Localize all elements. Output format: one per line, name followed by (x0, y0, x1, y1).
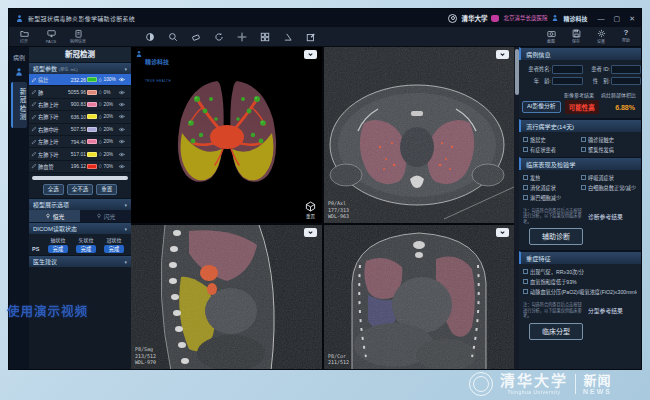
checkbox-travel-history[interactable]: 旅居史 (523, 136, 579, 143)
visibility-eye-icon[interactable] (118, 138, 126, 145)
rotate-tool-icon[interactable] (214, 32, 224, 42)
tab-flash-light[interactable]: 闪光 (80, 210, 131, 222)
maximize-button[interactable]: ▢ (614, 15, 621, 22)
close-button[interactable]: ✕ (629, 15, 635, 22)
checkbox-symptomatic-patient[interactable]: 有症状患者 (523, 146, 579, 153)
viewport-axial[interactable]: P0/Axl 177/313 WDL-963 (324, 47, 514, 223)
checkbox-icon[interactable] (523, 137, 528, 142)
screenshot-button[interactable]: 截图 (542, 29, 560, 45)
zoom-tool-icon[interactable] (168, 32, 178, 42)
checkbox-icon[interactable] (523, 175, 528, 180)
checkbox-icon[interactable] (581, 185, 586, 190)
checkbox-pao2-fio2[interactable]: 动脉血氧分压(PaO2)/吸氧浓度(FiO2)≤300mmHg (523, 288, 637, 295)
select-none-button[interactable]: 全不选 (67, 184, 94, 196)
checkbox-respiratory-symptoms[interactable]: 呼吸道症状 (581, 174, 637, 181)
color-chip[interactable] (87, 90, 97, 95)
model-row-rll[interactable]: 右肺下叶 636.10 20% (29, 111, 131, 123)
color-chip[interactable] (87, 152, 97, 157)
sagittal-done-button[interactable]: 完成 (76, 245, 96, 253)
save-button[interactable]: 保存 (567, 29, 585, 45)
checkbox-digestive-symptoms[interactable]: 消化道症状 (523, 184, 579, 191)
viewport-menu-button[interactable] (496, 50, 509, 59)
visibility-eye-icon[interactable] (118, 151, 126, 158)
model-row-rml[interactable]: 右肺中叶 507.55 20% (29, 124, 131, 136)
sagittal-ct-slice[interactable] (131, 225, 322, 369)
coronal-done-button[interactable]: 完成 (104, 245, 124, 253)
section-doctor-advice[interactable]: 医生建议 ▾ (29, 255, 131, 267)
viewport-menu-button[interactable] (304, 50, 317, 59)
checkbox-lymphopenia[interactable]: 淋巴细胞减少 (523, 194, 579, 201)
checkbox-icon[interactable] (523, 195, 528, 200)
viewport-3d[interactable]: 精诊科技 TRUE HEALTH (131, 47, 322, 223)
eraser-tool-icon[interactable] (191, 32, 201, 42)
visibility-eye-icon[interactable] (118, 76, 126, 83)
checkbox-contact-history[interactable]: 确诊接触史 (581, 136, 637, 143)
visibility-eye-icon[interactable] (118, 89, 126, 96)
clinical-typing-button[interactable]: 临床分型 (529, 323, 583, 340)
viewport-menu-button[interactable] (304, 228, 317, 237)
section-severe-features[interactable]: 重症特征 (519, 251, 641, 264)
pan-crosshair-icon[interactable] (237, 32, 247, 42)
checkbox-icon[interactable] (523, 279, 528, 284)
checkbox-icon[interactable] (523, 269, 528, 274)
measure-angle-icon[interactable] (283, 32, 293, 42)
checkbox-icon[interactable] (523, 185, 528, 190)
reset-button[interactable]: 重置 (96, 184, 117, 196)
patient-id-input[interactable] (611, 65, 641, 74)
tab-case-label[interactable]: 病例 (13, 53, 25, 62)
model-row-rul[interactable]: 右肺上叶 900.83 20% (29, 99, 131, 111)
visibility-eye-icon[interactable] (118, 163, 126, 170)
help-button[interactable]: ? 帮助 (617, 29, 635, 45)
section-display-options[interactable]: 模型展示选项 ▾ (29, 198, 131, 210)
checkbox-cluster-onset[interactable]: 聚集性发病 (581, 146, 637, 153)
model-row-lung[interactable]: 肺 5055.96 0% (29, 86, 131, 98)
scrollbar-thumb[interactable] (515, 49, 519, 95)
settings-button[interactable]: 设置 (592, 29, 610, 45)
reset-view-control[interactable]: 重置 (305, 201, 316, 219)
checkbox-fever[interactable]: 发热 (523, 174, 579, 181)
checkbox-icon[interactable] (523, 147, 528, 152)
checkbox-icon[interactable] (581, 175, 586, 180)
checkbox-shortness-of-breath[interactable]: 出现气促，RR≥30次/分 (523, 268, 637, 275)
annotate-edit-icon[interactable] (306, 32, 316, 42)
window-level-contrast-icon[interactable] (145, 32, 155, 42)
color-chip[interactable] (87, 164, 97, 169)
gender-input[interactable] (611, 77, 641, 86)
checkbox-low-spo2[interactable]: 血氧饱和度低于93% (523, 278, 637, 285)
color-chip[interactable] (87, 139, 97, 144)
checkbox-wbc-normal-low[interactable]: 白细胞总数正常/减少 (581, 184, 637, 191)
axial-ct-slice[interactable] (324, 47, 514, 223)
model-row-lul[interactable]: 左肺上叶 794.40 20% (29, 136, 131, 148)
assist-diagnosis-button[interactable]: 辅助诊断 (529, 228, 583, 245)
open-button[interactable]: 打开 (15, 29, 33, 45)
pacs-button[interactable]: PACS (42, 29, 60, 44)
section-dicom-status[interactable]: DICOM读取状态 ▾ (29, 222, 131, 234)
tab-covid-detection[interactable]: 新冠检测 (11, 82, 27, 128)
axial-done-button[interactable]: 完成 (48, 245, 68, 253)
section-case-info[interactable]: 病例信息 (519, 47, 641, 60)
opacity-slider[interactable] (32, 176, 128, 180)
layout-grid-icon[interactable] (260, 32, 270, 42)
color-chip[interactable] (87, 102, 97, 107)
visibility-eye-icon[interactable] (118, 113, 126, 120)
tab-constant-light[interactable]: 恒光 (29, 210, 80, 222)
checkbox-icon[interactable] (581, 147, 586, 152)
viewport-sagittal[interactable]: P8/Sag 213/512 WDL-970 (131, 225, 322, 369)
case-info-button[interactable]: 病例信息 (69, 29, 87, 45)
visibility-eye-icon[interactable] (118, 126, 126, 133)
select-all-button[interactable]: 全选 (43, 184, 64, 196)
model-row-vessels[interactable]: 肺血管 196.12 70% (29, 161, 131, 173)
section-clinical[interactable]: 临床表现及检验学 (519, 157, 641, 170)
minimize-button[interactable]: — (598, 15, 605, 22)
color-chip[interactable] (87, 114, 97, 119)
visibility-eye-icon[interactable] (118, 101, 126, 108)
color-chip[interactable] (87, 77, 97, 82)
section-model-params[interactable]: 模型参数 (单位: mL) ▾ (29, 62, 131, 74)
viewport-menu-button[interactable] (496, 228, 509, 237)
section-epidemiology[interactable]: 流行病学史(14天) (519, 119, 641, 132)
viewport-coronal[interactable]: P8/Cor 211/512 (324, 225, 514, 369)
checkbox-icon[interactable] (581, 137, 586, 142)
color-chip[interactable] (87, 127, 97, 132)
model-row-lll[interactable]: 左肺下叶 517.01 20% (29, 148, 131, 160)
patient-name-input[interactable] (552, 65, 583, 74)
